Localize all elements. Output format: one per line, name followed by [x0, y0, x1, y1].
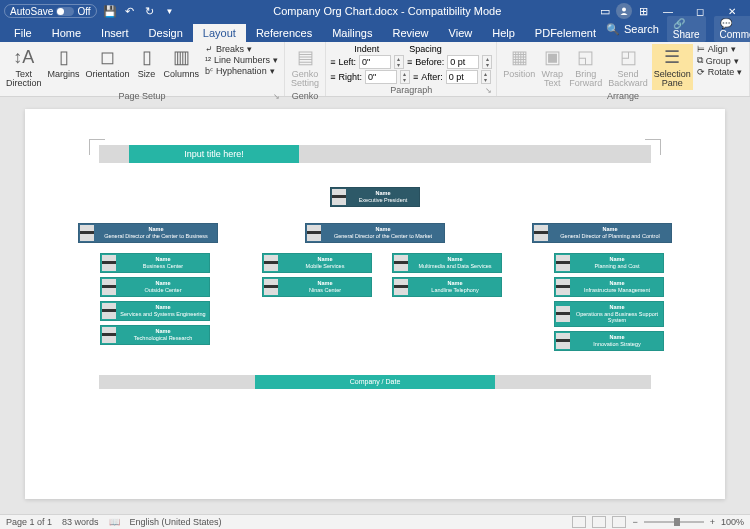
- org-node-sub[interactable]: NamePlanning and Cost: [554, 253, 664, 273]
- columns-button[interactable]: ▥Columns: [162, 44, 202, 81]
- arrange-label: Arrange: [501, 90, 745, 101]
- selection-pane-button[interactable]: ☰Selection Pane: [652, 44, 693, 90]
- footer-label[interactable]: Company / Date: [255, 375, 495, 389]
- web-layout-button[interactable]: [612, 516, 626, 528]
- group-button: ⧉ Group ▾: [695, 55, 745, 66]
- avatar-icon: [332, 189, 346, 205]
- avatar-icon: [556, 333, 570, 349]
- margins-button[interactable]: ▯Margins: [46, 44, 82, 81]
- zoom-slider[interactable]: [644, 521, 704, 523]
- tab-design[interactable]: Design: [139, 24, 193, 42]
- tab-references[interactable]: References: [246, 24, 322, 42]
- indent-right-icon: ≡: [330, 72, 335, 82]
- avatar-icon: [534, 225, 548, 241]
- read-mode-button[interactable]: [572, 516, 586, 528]
- search-box[interactable]: 🔍 Search: [606, 23, 659, 36]
- status-proofing-icon[interactable]: 📖: [109, 517, 120, 527]
- status-page[interactable]: Page 1 of 1: [6, 517, 52, 527]
- qat-dropdown-icon[interactable]: ▼: [163, 4, 177, 18]
- avatar-icon: [394, 255, 408, 271]
- tab-mailings[interactable]: Mailings: [322, 24, 382, 42]
- save-icon[interactable]: 💾: [103, 4, 117, 18]
- zoom-in-button[interactable]: +: [710, 517, 715, 527]
- redo-icon[interactable]: ↻: [143, 4, 157, 18]
- crop-mark-icon: [645, 139, 661, 155]
- send-backward-button: ◰Send Backward: [606, 44, 650, 90]
- indent-left-input[interactable]: [359, 55, 391, 69]
- tab-view[interactable]: View: [439, 24, 483, 42]
- org-node-sub[interactable]: NameInnovation Strategy: [554, 331, 664, 351]
- title-placeholder[interactable]: Input title here!: [129, 145, 299, 163]
- document-area[interactable]: Input title here! NameExecutive Presiden…: [0, 97, 750, 514]
- spacing-after-input[interactable]: [446, 70, 478, 84]
- page[interactable]: Input title here! NameExecutive Presiden…: [25, 109, 725, 499]
- avatar-icon: [102, 279, 116, 295]
- avatar-icon: [394, 279, 408, 295]
- avatar-icon: [556, 279, 570, 295]
- org-node-director[interactable]: NameGeneral Director of the Center to Bu…: [78, 223, 218, 243]
- tab-insert[interactable]: Insert: [91, 24, 139, 42]
- tab-help[interactable]: Help: [482, 24, 525, 42]
- comments-button[interactable]: 💬 Comments: [714, 16, 750, 42]
- org-node-sub[interactable]: NameMobile Services: [262, 253, 372, 273]
- avatar-icon: [556, 255, 570, 271]
- avatar-icon: [264, 279, 278, 295]
- indent-right-spinner[interactable]: ▴▾: [400, 70, 410, 84]
- indent-left-spinner[interactable]: ▴▾: [394, 55, 404, 69]
- page-setup-launcher[interactable]: ↘: [273, 92, 280, 101]
- line-numbers-button[interactable]: ¹² Line Numbers ▾: [203, 55, 280, 65]
- crop-mark-icon: [89, 139, 105, 155]
- size-button[interactable]: ▯Size: [134, 44, 160, 81]
- rotate-button: ⟳ Rotate ▾: [695, 67, 745, 77]
- org-node-sub[interactable]: NameTechnological Research: [100, 325, 210, 345]
- print-layout-button[interactable]: [592, 516, 606, 528]
- footer-bar-segment: [495, 375, 651, 389]
- autosave-toggle[interactable]: AutoSave Off: [4, 4, 97, 18]
- tab-layout[interactable]: Layout: [193, 24, 246, 42]
- bring-forward-button: ◱Bring Forward: [567, 44, 604, 90]
- paragraph-label: Paragraph↘: [330, 84, 492, 95]
- org-node-sub[interactable]: NameMultimedia and Data Services: [392, 253, 502, 273]
- align-button[interactable]: ⊨ Align ▾: [695, 44, 745, 54]
- avatar-icon: [556, 306, 570, 322]
- org-node-director[interactable]: NameGeneral Director of Planning and Con…: [532, 223, 672, 243]
- avatar-icon: [264, 255, 278, 271]
- tab-pdfelement[interactable]: PDFelement: [525, 24, 606, 42]
- indent-right-input[interactable]: [365, 70, 397, 84]
- share-button[interactable]: 🔗 Share: [667, 16, 706, 42]
- avatar-icon: [307, 225, 321, 241]
- org-node-sub[interactable]: NameInfrastructure Management: [554, 277, 664, 297]
- zoom-out-button[interactable]: −: [632, 517, 637, 527]
- tab-file[interactable]: File: [4, 24, 42, 42]
- undo-icon[interactable]: ↶: [123, 4, 137, 18]
- text-direction-button[interactable]: ↕AText Direction: [4, 44, 44, 90]
- orientation-button[interactable]: ◻Orientation: [84, 44, 132, 81]
- tab-review[interactable]: Review: [383, 24, 439, 42]
- avatar-icon: [80, 225, 94, 241]
- org-node-sub[interactable]: NameServices and Systems Engineering: [100, 301, 210, 321]
- spacing-before-icon: ≡: [407, 57, 412, 67]
- spacing-header: Spacing: [409, 44, 442, 54]
- breaks-button[interactable]: ⤶ Breaks ▾: [203, 44, 280, 54]
- document-title: Company Org Chart.docx - Compatibility M…: [177, 5, 598, 17]
- status-language[interactable]: English (United States): [130, 517, 222, 527]
- spacing-before-spinner[interactable]: ▴▾: [482, 55, 492, 69]
- title-bar-segment: [299, 145, 651, 163]
- org-node-director[interactable]: NameGeneral Director of the Center to Ma…: [305, 223, 445, 243]
- zoom-level[interactable]: 100%: [721, 517, 744, 527]
- hyphenation-button[interactable]: bᶜ Hyphenation ▾: [203, 66, 280, 76]
- org-node-sub[interactable]: NameBusiness Center: [100, 253, 210, 273]
- svg-point-0: [622, 8, 626, 12]
- org-node-sub[interactable]: NameLandline Telephony: [392, 277, 502, 297]
- spacing-after-spinner[interactable]: ▴▾: [481, 70, 491, 84]
- paragraph-launcher[interactable]: ↘: [485, 86, 492, 95]
- org-node-sub[interactable]: NameNinas Center: [262, 277, 372, 297]
- org-node-sub[interactable]: NameOperations and Business Support Syst…: [554, 301, 664, 327]
- spacing-before-input[interactable]: [447, 55, 479, 69]
- org-node-sub[interactable]: NameOutside Center: [100, 277, 210, 297]
- tab-home[interactable]: Home: [42, 24, 91, 42]
- status-words[interactable]: 83 words: [62, 517, 99, 527]
- org-node-president[interactable]: NameExecutive President: [330, 187, 420, 207]
- wrap-text-button: ▣Wrap Text: [539, 44, 565, 90]
- genko-label: Genko: [289, 90, 321, 101]
